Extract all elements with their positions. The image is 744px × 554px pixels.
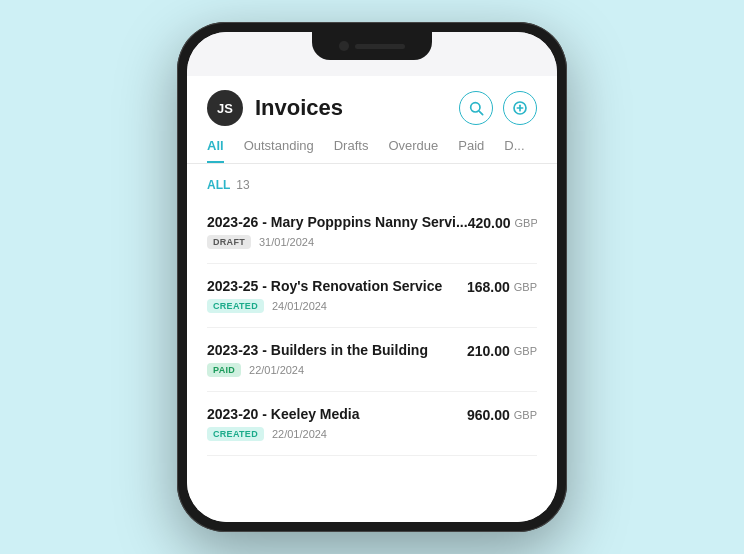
phone-frame: JS Invoices [177,22,567,532]
all-count-row: ALL 13 [207,178,537,192]
search-icon [468,100,484,116]
svg-line-1 [479,111,482,114]
invoice-right: 168.00 GBP [467,278,537,295]
invoice-currency: GBP [514,409,537,421]
invoice-date: 24/01/2024 [272,300,327,312]
invoice-currency: GBP [514,217,537,229]
status-badge: CREATED [207,299,264,313]
all-label: ALL [207,178,230,192]
invoice-title: 2023-20 - Keeley Media [207,406,467,422]
list-item[interactable]: 2023-26 - Mary Popppins Nanny Servi... D… [207,200,537,264]
invoice-list: 2023-26 - Mary Popppins Nanny Servi... D… [207,200,537,456]
invoice-date: 31/01/2024 [259,236,314,248]
header: JS Invoices [207,76,537,138]
invoice-date: 22/01/2024 [249,364,304,376]
list-item[interactable]: 2023-23 - Builders in the Building PAID … [207,328,537,392]
add-icon [512,100,528,116]
invoice-meta: CREATED 22/01/2024 [207,427,467,441]
invoice-meta: DRAFT 31/01/2024 [207,235,468,249]
notch-camera [339,41,349,51]
invoice-right: 210.00 GBP [467,342,537,359]
tab-all[interactable]: All [207,138,224,163]
invoice-amount: 168.00 [467,279,510,295]
invoice-left: 2023-23 - Builders in the Building PAID … [207,342,467,377]
invoice-right: 420.00 GBP [468,214,537,231]
invoice-left: 2023-20 - Keeley Media CREATED 22/01/202… [207,406,467,441]
header-actions [459,91,537,125]
status-badge: CREATED [207,427,264,441]
invoice-date: 22/01/2024 [272,428,327,440]
invoice-left: 2023-25 - Roy's Renovation Service CREAT… [207,278,467,313]
tab-paid[interactable]: Paid [458,138,484,163]
invoice-amount: 960.00 [467,407,510,423]
invoice-title: 2023-25 - Roy's Renovation Service [207,278,467,294]
search-button[interactable] [459,91,493,125]
notch-speaker [355,44,405,49]
invoice-meta: PAID 22/01/2024 [207,363,467,377]
tab-more[interactable]: D... [504,138,524,163]
invoice-meta: CREATED 24/01/2024 [207,299,467,313]
notch-bar [187,32,557,76]
avatar: JS [207,90,243,126]
tab-outstanding[interactable]: Outstanding [244,138,314,163]
svg-point-0 [471,103,480,112]
invoice-right: 960.00 GBP [467,406,537,423]
app-content: JS Invoices [187,76,557,522]
tabs-row: All Outstanding Drafts Overdue Paid D... [187,138,557,164]
status-badge: PAID [207,363,241,377]
list-item[interactable]: 2023-20 - Keeley Media CREATED 22/01/202… [207,392,537,456]
notch [312,32,432,60]
invoice-amount: 210.00 [467,343,510,359]
invoice-title: 2023-26 - Mary Popppins Nanny Servi... [207,214,468,230]
list-item[interactable]: 2023-25 - Roy's Renovation Service CREAT… [207,264,537,328]
tab-overdue[interactable]: Overdue [388,138,438,163]
page-title: Invoices [255,95,447,121]
status-badge: DRAFT [207,235,251,249]
invoice-currency: GBP [514,345,537,357]
invoice-currency: GBP [514,281,537,293]
tab-drafts[interactable]: Drafts [334,138,369,163]
invoice-title: 2023-23 - Builders in the Building [207,342,467,358]
invoice-left: 2023-26 - Mary Popppins Nanny Servi... D… [207,214,468,249]
invoice-amount: 420.00 [468,215,511,231]
phone-screen: JS Invoices [187,32,557,522]
add-invoice-button[interactable] [503,91,537,125]
invoice-count: 13 [236,178,249,192]
